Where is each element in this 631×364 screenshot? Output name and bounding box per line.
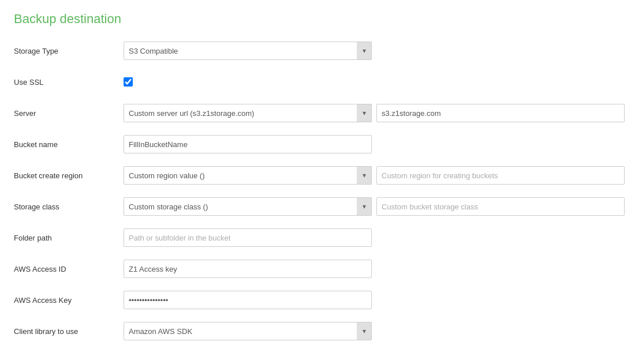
storage-class-select-wrapper: Custom storage class () STANDARD REDUCED… bbox=[124, 197, 372, 216]
bucket-region-row: Bucket create region Custom region value… bbox=[14, 165, 617, 186]
server-input[interactable]: s3.z1storage.com bbox=[376, 104, 625, 122]
bucket-name-label: Bucket name bbox=[14, 140, 124, 149]
storage-class-label: Storage class bbox=[14, 202, 124, 211]
client-library-row: Client library to use Amazon AWS SDK Min… bbox=[14, 321, 617, 342]
storage-type-wrapper: S3 Compatible Amazon S3 Backblaze B2 Goo… bbox=[124, 42, 372, 60]
use-ssl-row: Use SSL bbox=[14, 72, 617, 92]
storage-type-label: Storage Type bbox=[14, 47, 124, 55]
storage-class-select[interactable]: Custom storage class () STANDARD REDUCED… bbox=[124, 197, 372, 216]
storage-type-select[interactable]: S3 Compatible Amazon S3 Backblaze B2 Goo… bbox=[124, 42, 372, 60]
server-controls: Custom server url (s3.z1storage.com) Def… bbox=[124, 104, 625, 122]
client-library-select[interactable]: Amazon AWS SDK Minio Client Custom bbox=[124, 322, 372, 340]
bucket-name-row: Bucket name FillInBucketName bbox=[14, 134, 617, 155]
aws-access-id-label: AWS Access ID bbox=[14, 265, 124, 273]
server-select[interactable]: Custom server url (s3.z1storage.com) Def… bbox=[124, 104, 372, 122]
storage-class-input[interactable] bbox=[376, 197, 625, 216]
client-library-select-wrapper: Amazon AWS SDK Minio Client Custom bbox=[124, 322, 372, 340]
aws-access-id-input[interactable]: Z1 Access key bbox=[124, 260, 372, 278]
storage-type-row: Storage Type S3 Compatible Amazon S3 Bac… bbox=[14, 40, 617, 61]
folder-path-row: Folder path bbox=[14, 227, 617, 248]
server-row: Server Custom server url (s3.z1storage.c… bbox=[14, 103, 617, 123]
bucket-region-input[interactable] bbox=[376, 166, 625, 185]
storage-class-row: Storage class Custom storage class () ST… bbox=[14, 196, 617, 217]
folder-path-label: Folder path bbox=[14, 234, 124, 242]
storage-class-controls: Custom storage class () STANDARD REDUCED… bbox=[124, 197, 625, 216]
page-title: Backup destination bbox=[14, 12, 617, 27]
use-ssl-label: Use SSL bbox=[14, 78, 124, 87]
use-ssl-checkbox[interactable] bbox=[124, 77, 133, 87]
bucket-region-controls: Custom region value () us-east-1 us-west… bbox=[124, 166, 625, 185]
server-select-wrapper: Custom server url (s3.z1storage.com) Def… bbox=[124, 104, 372, 122]
aws-access-key-label: AWS Access Key bbox=[14, 296, 124, 305]
aws-access-key-row: AWS Access Key bbox=[14, 290, 617, 310]
client-library-label: Client library to use bbox=[14, 327, 124, 336]
bucket-name-input[interactable]: FillInBucketName bbox=[124, 135, 372, 153]
bucket-region-select[interactable]: Custom region value () us-east-1 us-west… bbox=[124, 166, 372, 185]
aws-access-id-row: AWS Access ID Z1 Access key bbox=[14, 258, 617, 279]
bucket-region-label: Bucket create region bbox=[14, 171, 124, 180]
folder-path-input[interactable] bbox=[124, 228, 372, 247]
bucket-region-select-wrapper: Custom region value () us-east-1 us-west… bbox=[124, 166, 372, 185]
server-label: Server bbox=[14, 109, 124, 118]
aws-access-key-input[interactable] bbox=[124, 291, 372, 309]
